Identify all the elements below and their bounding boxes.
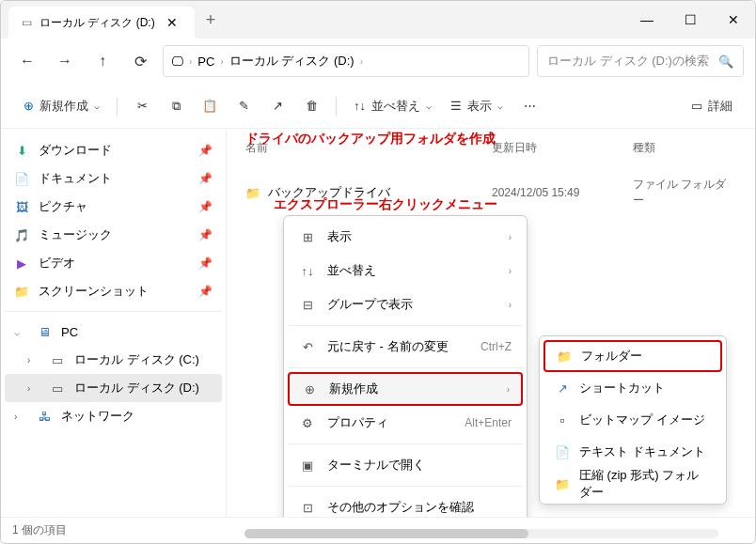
sidebar-item-drive-c[interactable]: ›▭ローカル ディスク (C:)	[5, 346, 222, 374]
main-area: ⬇ダウンロード📌 📄ドキュメント📌 🖼ピクチャ📌 🎵ミュージック📌 ▶ビデオ📌 …	[1, 129, 755, 517]
pin-icon: 📌	[198, 228, 213, 241]
chevron-right-icon: ›	[509, 300, 512, 310]
sidebar-item-documents[interactable]: 📄ドキュメント📌	[5, 164, 222, 193]
sm-folder[interactable]: 📁フォルダー	[543, 340, 722, 372]
sidebar-item-videos[interactable]: ▶ビデオ📌	[5, 249, 222, 277]
new-tab-button[interactable]: +	[195, 10, 228, 30]
annotation-top: ドライバのバックアップ用フォルダを作成	[245, 131, 496, 148]
scrollbar-thumb[interactable]	[244, 529, 528, 538]
navbar: ← → ↑ ⟳ 🖵 › PC › ローカル ディスク (D:) › ローカル デ…	[1, 39, 755, 84]
minimize-button[interactable]: —	[625, 1, 669, 39]
cm-new[interactable]: ⊕新規作成›	[288, 372, 523, 406]
sidebar-item-pictures[interactable]: 🖼ピクチャ📌	[5, 193, 222, 221]
network-icon: 🖧	[37, 410, 52, 424]
plus-icon: ⊕	[24, 99, 34, 113]
sidebar-item-music[interactable]: 🎵ミュージック📌	[5, 221, 222, 249]
copy-icon: ⧉	[172, 99, 181, 114]
delete-icon: 🗑	[306, 99, 318, 113]
breadcrumb[interactable]: 🖵 › PC › ローカル ディスク (D:) ›	[163, 45, 529, 77]
share-button[interactable]: ↗	[262, 91, 292, 121]
close-button[interactable]: ✕	[712, 1, 755, 39]
tab-title: ローカル ディスク (D:)	[39, 15, 155, 31]
breadcrumb-separator: ›	[189, 56, 192, 67]
tab-active[interactable]: ▭ ローカル ディスク (D:) ✕	[8, 7, 195, 39]
paste-button[interactable]: 📋	[195, 91, 225, 121]
rename-button[interactable]: ✎	[228, 91, 259, 121]
cm-properties[interactable]: ⚙プロパティAlt+Enter	[288, 406, 523, 440]
grid-icon: ⊞	[299, 230, 316, 244]
sort-button[interactable]: ↑↓ 並べ替え ⌵	[346, 91, 439, 121]
videos-icon: ▶	[14, 256, 29, 271]
up-button[interactable]: ↑	[87, 46, 118, 76]
sidebar-item-network[interactable]: ›🖧ネットワーク	[5, 402, 222, 430]
breadcrumb-pc[interactable]: PC	[197, 54, 214, 69]
drive-icon: ▭	[22, 16, 32, 29]
chevron-right-icon: ›	[507, 384, 510, 395]
pin-icon: 📌	[198, 144, 213, 157]
sort-icon: ↑↓	[299, 264, 316, 278]
folder-icon: 📁	[557, 350, 572, 364]
gear-icon: ⚙	[299, 416, 316, 430]
terminal-icon: ▣	[299, 459, 316, 473]
plus-icon: ⊕	[301, 382, 318, 396]
forward-button[interactable]: →	[50, 46, 80, 76]
file-list-area[interactable]: 名前 更新日時 種類 ドライバのバックアップ用フォルダを作成 📁バックアップドラ…	[227, 129, 755, 517]
col-date[interactable]: 更新日時	[492, 140, 633, 156]
sidebar-item-pc[interactable]: ⌵🖥PC	[5, 318, 222, 346]
pin-icon: 📌	[198, 256, 213, 270]
cm-group[interactable]: ⊟グループで表示›	[288, 288, 523, 321]
more-icon: ⊡	[299, 501, 316, 515]
chevron-right-icon: ›	[509, 266, 512, 276]
sort-icon: ↑↓	[354, 99, 366, 113]
sm-zip[interactable]: 📁圧縮 (zip 形式) フォルダー	[543, 468, 722, 500]
separator	[336, 97, 337, 116]
details-icon: ▭	[691, 99, 702, 113]
more-button[interactable]: ⋯	[514, 91, 544, 121]
sidebar-item-drive-d[interactable]: ›▭ローカル ディスク (D:)	[5, 374, 222, 402]
share-icon: ↗	[273, 99, 283, 113]
refresh-button[interactable]: ⟳	[125, 46, 155, 76]
cm-view[interactable]: ⊞表示›	[288, 220, 523, 254]
sm-shortcut[interactable]: ↗ショートカット	[543, 372, 722, 404]
close-tab-icon[interactable]: ✕	[163, 15, 181, 30]
back-button[interactable]: ←	[12, 46, 42, 76]
col-type[interactable]: 種類	[633, 140, 736, 156]
horizontal-scrollbar[interactable]	[244, 529, 718, 538]
paste-icon: 📋	[202, 99, 217, 113]
new-button[interactable]: ⊕ 新規作成 ⌵	[16, 91, 107, 121]
divider	[288, 325, 523, 326]
cm-more[interactable]: ⊡その他のオプションを確認	[288, 490, 523, 517]
sidebar-item-downloads[interactable]: ⬇ダウンロード📌	[5, 136, 222, 164]
cm-sort[interactable]: ↑↓並べ替え›	[288, 254, 523, 288]
sm-bitmap[interactable]: ▫ビットマップ イメージ	[543, 404, 722, 436]
search-input[interactable]: ローカル ディスク (D:)の検索 🔍	[537, 45, 744, 77]
details-button[interactable]: ▭ 詳細	[684, 91, 740, 121]
context-menu: ⊞表示› ↑↓並べ替え› ⊟グループで表示› ↶元に戻す - 名前の変更Ctrl…	[283, 215, 528, 517]
separator	[117, 97, 118, 116]
maximize-button[interactable]: ☐	[669, 1, 712, 39]
delete-button[interactable]: 🗑	[296, 91, 326, 121]
status-text: 1 個の項目	[12, 522, 67, 538]
cut-button[interactable]: ✂	[127, 91, 157, 121]
breadcrumb-drive[interactable]: ローカル ディスク (D:)	[229, 53, 354, 70]
cut-icon: ✂	[137, 99, 148, 113]
music-icon: 🎵	[14, 228, 29, 242]
cm-undo[interactable]: ↶元に戻す - 名前の変更Ctrl+Z	[288, 330, 523, 364]
view-icon: ☰	[450, 99, 462, 113]
shortcut-icon: ↗	[555, 381, 570, 396]
sm-text[interactable]: 📄テキスト ドキュメント	[543, 436, 722, 468]
drive-icon: ▭	[50, 381, 65, 396]
sidebar: ⬇ダウンロード📌 📄ドキュメント📌 🖼ピクチャ📌 🎵ミュージック📌 ▶ビデオ📌 …	[1, 129, 227, 517]
toolbar: ⊕ 新規作成 ⌵ ✂ ⧉ 📋 ✎ ↗ 🗑 ↑↓ 並べ替え ⌵ ☰ 表示 ⌵ ⋯ …	[1, 84, 755, 129]
explorer-window: ▭ ローカル ディスク (D:) ✕ + — ☐ ✕ ← → ↑ ⟳ 🖵 › P…	[0, 0, 756, 544]
group-icon: ⊟	[299, 298, 316, 312]
sidebar-item-screenshots[interactable]: 📁スクリーンショット📌	[5, 277, 222, 305]
divider	[5, 311, 222, 312]
pin-icon: 📌	[198, 172, 213, 185]
cm-terminal[interactable]: ▣ターミナルで開く	[288, 448, 523, 482]
view-button[interactable]: ☰ 表示 ⌵	[443, 91, 511, 121]
copy-button[interactable]: ⧉	[161, 91, 191, 121]
pin-icon: 📌	[198, 200, 213, 213]
text-icon: 📄	[555, 445, 570, 459]
chevron-right-icon: ›	[14, 412, 27, 422]
